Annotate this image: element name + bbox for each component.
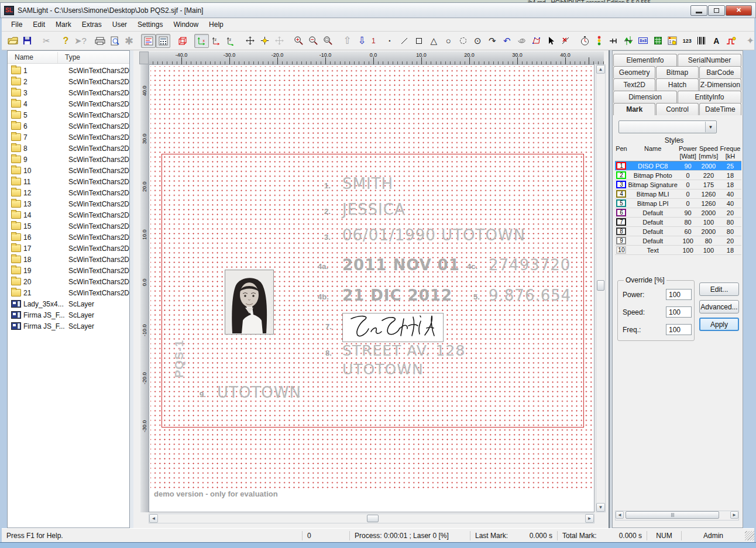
list-item[interactable]: 20 ScWinTextChars2D <box>8 276 129 287</box>
tab[interactable]: Hatch <box>656 78 698 91</box>
chevron-down-icon[interactable]: ▼ <box>705 122 716 132</box>
menu-user[interactable]: User <box>108 19 132 30</box>
rectangle-tool-icon[interactable] <box>412 34 427 48</box>
barcode-tool-icon[interactable] <box>695 34 709 48</box>
list-item[interactable]: 7 ScWinTextChars2D <box>8 132 129 143</box>
tab[interactable]: Z-Dimension <box>699 78 741 91</box>
card-region-label[interactable]: PQS-1 <box>173 323 187 394</box>
pen-row[interactable]: 8 Default 60 2000 80 <box>615 227 741 236</box>
column-header-type[interactable]: Type <box>58 52 80 63</box>
edit-button[interactable]: Edit... <box>699 282 739 296</box>
pen-row[interactable]: 10 Text 100 100 18 <box>615 246 741 255</box>
tab[interactable]: DateTime <box>699 103 741 115</box>
pen-row[interactable]: 7 Default 80 100 80 <box>615 218 741 227</box>
polygon-tool-icon[interactable] <box>529 34 544 48</box>
vertical-scrollbar[interactable]: ▲ ▼ <box>596 64 606 512</box>
menu-file[interactable]: File <box>6 19 27 30</box>
point-tool-icon[interactable]: · <box>383 34 397 48</box>
scroll-left-icon[interactable]: ◄ <box>616 511 624 519</box>
restore-button[interactable] <box>708 5 725 16</box>
tab[interactable]: Bitmap <box>656 66 698 78</box>
pen-row[interactable]: 9 Default 100 80 20 <box>615 236 741 246</box>
pen-row[interactable]: 3 Bitmap Signature 0 175 18 <box>615 180 741 189</box>
list-item[interactable]: 1 ScWinTextChars2D <box>8 65 129 76</box>
triangle-tool-icon[interactable]: △ <box>427 34 441 48</box>
motf-arrows-icon[interactable] <box>621 34 636 48</box>
list-item[interactable]: 12 ScWinTextChars2D <box>8 187 129 198</box>
card-text-issue-date[interactable]: 2011 NOV 01 <box>342 256 460 274</box>
correction-8x8-icon[interactable]: 8x8 <box>636 34 651 48</box>
header-freq[interactable]: Freque[kH <box>719 144 741 161</box>
list-item[interactable]: 6 ScWinTextChars2D <box>8 120 129 132</box>
order-down-icon[interactable]: ⇩ <box>355 34 369 48</box>
header-name[interactable]: Name <box>628 144 678 161</box>
print-icon[interactable] <box>92 34 107 48</box>
vertical-scroll-thumb[interactable] <box>597 280 604 291</box>
list-item[interactable]: 9 ScWinTextChars2D <box>8 154 129 165</box>
portrait-photo[interactable] <box>225 270 274 335</box>
list-item[interactable]: 8 ScWinTextChars2D <box>8 143 129 154</box>
card-text-name[interactable]: JESSICA <box>342 201 406 218</box>
horizontal-scroll-thumb[interactable] <box>367 515 379 522</box>
list-item[interactable]: 11 ScWinTextChars2D <box>8 176 129 187</box>
print-preview-icon[interactable] <box>107 34 122 48</box>
beam-control-icon[interactable] <box>592 34 607 48</box>
tab[interactable]: ElementInfo <box>613 54 677 66</box>
list-item[interactable]: 13 ScWinTextChars2D <box>8 198 129 209</box>
list-item[interactable]: 15 ScWinTextChars2D <box>8 220 129 232</box>
list-item[interactable]: 4 ScWinTextChars2D <box>8 98 129 109</box>
title-bar[interactable]: SL SAMLight - C:\Users\Simone\Desktop\Jo… <box>0 2 756 18</box>
timer-icon[interactable] <box>578 34 592 48</box>
header-power[interactable]: Power[Watt] <box>678 144 697 161</box>
panel-horizontal-scrollbar[interactable]: ◄ ► <box>615 511 739 521</box>
scroll-left-icon[interactable]: ◄ <box>149 514 158 523</box>
move-origin-icon[interactable] <box>257 34 272 48</box>
menu-edit[interactable]: Edit <box>28 19 50 30</box>
card-text-surname[interactable]: SMITH <box>342 175 393 192</box>
pen-row[interactable]: 2 Bitmap Photo 0 220 18 <box>615 171 741 180</box>
axes-zx-icon[interactable]: z <box>209 34 224 48</box>
menu-extras[interactable]: Extras <box>77 19 106 30</box>
header-pen[interactable]: Pen <box>615 144 628 161</box>
hatch-tool-icon[interactable] <box>651 34 665 48</box>
move-center-icon[interactable] <box>243 34 257 48</box>
tab[interactable]: Dimension <box>613 91 677 103</box>
pen-row[interactable]: 4 Bitmap MLI 0 1260 40 <box>615 189 741 199</box>
node-edit-icon[interactable] <box>558 34 573 48</box>
arc-point-tool-icon[interactable]: ↶ <box>500 34 514 48</box>
line-tool-icon[interactable] <box>397 34 412 48</box>
resize-grip[interactable] <box>745 531 754 540</box>
list-item[interactable]: 3 ScWinTextChars2D <box>8 87 129 98</box>
close-button[interactable]: ✕ <box>726 5 752 16</box>
menu-settings[interactable]: Settings <box>133 19 167 30</box>
apply-button[interactable]: Apply <box>699 318 739 331</box>
menu-mark[interactable]: Mark <box>51 19 76 30</box>
zoom-out-icon[interactable] <box>306 34 321 48</box>
card-text-street[interactable]: STREET AV. 128 <box>342 342 465 359</box>
list-item[interactable]: 19 ScWinTextChars2D <box>8 265 129 276</box>
freq-override-input[interactable] <box>666 324 692 335</box>
tab[interactable]: Mark <box>613 103 655 115</box>
minimize-button[interactable] <box>690 5 707 16</box>
axes-zy-icon[interactable]: z <box>224 34 238 48</box>
power-override-input[interactable] <box>666 289 692 300</box>
list-item[interactable]: 21 ScWinTextChars2D <box>8 287 129 298</box>
select-cursor-icon[interactable] <box>544 34 558 48</box>
zoom-in-icon[interactable] <box>291 34 306 48</box>
horizontal-scrollbar[interactable]: ◄ ► <box>149 513 595 523</box>
tab[interactable]: BarCode <box>699 66 741 78</box>
list-item[interactable]: 16 ScWinTextChars2D <box>8 232 129 243</box>
list-item[interactable]: Firma JS_F... ScLayer <box>8 309 129 320</box>
card-text-city[interactable]: UTOTOWN <box>217 384 301 401</box>
io-signal-icon[interactable] <box>607 34 621 48</box>
card-text-id-number[interactable]: 9.876.654 <box>489 287 571 304</box>
pulse-settings-icon[interactable] <box>724 34 738 48</box>
tab[interactable]: Geometry <box>613 66 655 78</box>
arc-tool-icon[interactable]: ↷ <box>485 34 500 48</box>
list-item[interactable]: 18 ScWinTextChars2D <box>8 254 129 265</box>
datetime-stamp-icon[interactable] <box>665 34 680 48</box>
style-select-dropdown[interactable]: ▼ <box>618 120 717 133</box>
card-text-birth[interactable]: 06/01/1990 UTOTOWN <box>342 226 525 244</box>
circle-center-tool-icon[interactable]: ⊙ <box>470 34 485 48</box>
signature-image[interactable] <box>342 313 444 342</box>
